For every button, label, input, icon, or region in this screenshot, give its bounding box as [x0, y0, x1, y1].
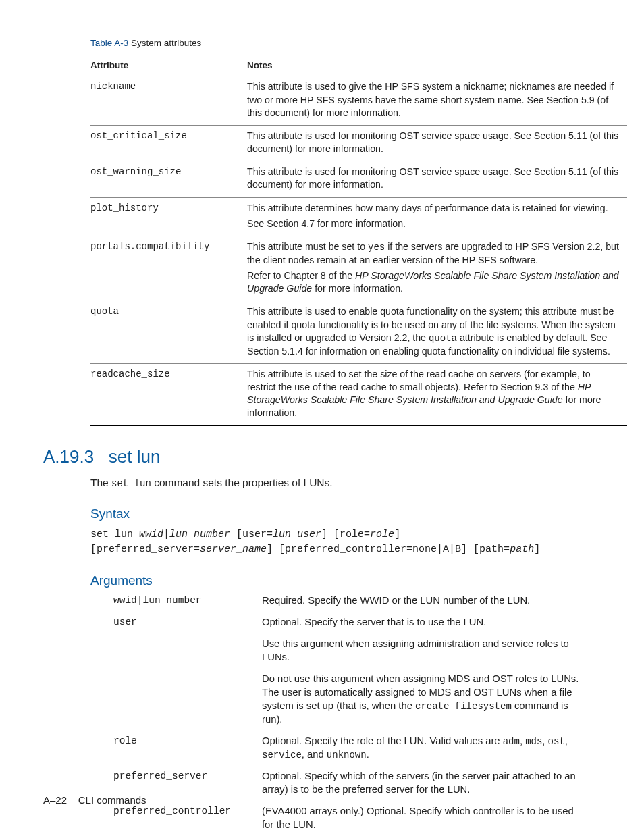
attr-name-cell: ost_critical_size [90, 125, 247, 161]
page-footer: A–22 CLI commands [43, 793, 146, 807]
attr-name-cell: nickname [90, 76, 247, 126]
section-intro: The set lun command sets the properties … [90, 476, 581, 490]
argument-name: wwid|lun_number [113, 594, 250, 608]
argument-desc: (EVA4000 arrays only.) Optional. Specify… [262, 805, 581, 832]
argument-row: preferred_serverOptional. Specify which … [113, 770, 581, 797]
section-heading: A.19.3 set lun [43, 445, 581, 469]
attr-notes-cell: This attribute is used to give the HP SF… [247, 76, 627, 126]
argument-desc: Required. Specify the WWID or the LUN nu… [262, 594, 581, 608]
attr-name-cell: readcache_size [90, 363, 247, 425]
attr-notes-cell: This attribute is used to set the size o… [247, 363, 627, 425]
argument-row: wwid|lun_numberRequired. Specify the WWI… [113, 594, 581, 608]
arguments-heading: Arguments [90, 572, 581, 590]
argument-row: preferred_controller(EVA4000 arrays only… [113, 805, 581, 832]
intro-cmd: set lun [111, 478, 151, 489]
table-row: portals.compatibilityThis attribute must… [90, 236, 627, 301]
argument-desc: Optional. Specify the server that is to … [262, 616, 581, 727]
section-title-text: set lun [109, 446, 161, 467]
attr-notes-cell: This attribute is used to enable quota f… [247, 301, 627, 363]
th-attribute: Attribute [90, 55, 247, 76]
argument-desc: Optional. Specify the role of the LUN. V… [262, 735, 581, 762]
footer-page: A–22 [43, 794, 67, 806]
table-row: ost_critical_sizeThis attribute is used … [90, 125, 627, 161]
table-label: Table A-3 [90, 38, 128, 48]
attr-notes-cell: This attribute must be set to yes if the… [247, 236, 627, 301]
argument-row: userOptional. Specify the server that is… [113, 616, 581, 727]
page: Table A-3 System attributes Attribute No… [0, 0, 644, 834]
attr-notes-cell: This attribute is used for monitoring OS… [247, 161, 627, 197]
attr-name-cell: ost_warning_size [90, 161, 247, 197]
footer-section: CLI commands [78, 794, 146, 806]
attributes-table: Attribute Notes nicknameThis attribute i… [90, 55, 627, 426]
syntax-heading: Syntax [90, 505, 581, 523]
argument-name: user [113, 616, 250, 727]
attr-name-cell: quota [90, 301, 247, 363]
table-title: System attributes [131, 38, 201, 48]
attr-name-cell: portals.compatibility [90, 236, 247, 301]
table-row: ost_warning_sizeThis attribute is used f… [90, 161, 627, 197]
attr-name-cell: plot_history [90, 197, 247, 236]
syntax-block: set lun wwid|lun_number [user=lun_user] … [90, 527, 581, 557]
table-row: readcache_sizeThis attribute is used to … [90, 363, 627, 425]
section-number: A.19.3 [43, 446, 94, 467]
table-row: quotaThis attribute is used to enable qu… [90, 301, 627, 363]
table-row: nicknameThis attribute is used to give t… [90, 76, 627, 126]
table-caption: Table A-3 System attributes [90, 37, 581, 49]
argument-name: role [113, 735, 250, 762]
argument-name: preferred_controller [113, 805, 250, 832]
arguments-list: wwid|lun_numberRequired. Specify the WWI… [113, 594, 581, 834]
argument-row: roleOptional. Specify the role of the LU… [113, 735, 581, 762]
argument-desc: Optional. Specify which of the servers (… [262, 770, 581, 797]
table-row: plot_historyThis attribute determines ho… [90, 197, 627, 236]
attr-notes-cell: This attribute is used for monitoring OS… [247, 125, 627, 161]
th-notes: Notes [247, 55, 627, 76]
attr-notes-cell: This attribute determines how many days … [247, 197, 627, 236]
